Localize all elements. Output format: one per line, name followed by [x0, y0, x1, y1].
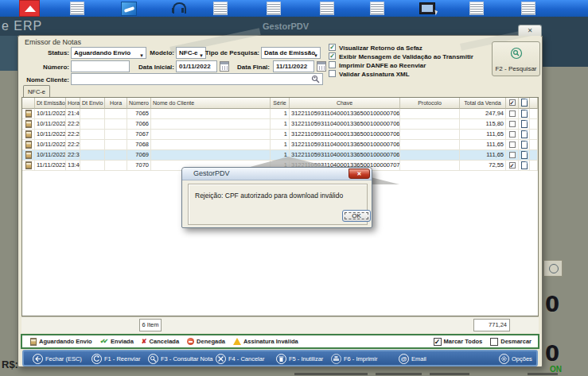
- document-icon[interactable]: [521, 2, 535, 15]
- document-icon[interactable]: [469, 2, 484, 15]
- cell-protocolo: [400, 150, 460, 161]
- cell-dt-emissao: 10/11/2022: [35, 140, 66, 150]
- document-icon[interactable]: [70, 2, 84, 15]
- cell-nome: [151, 140, 271, 150]
- void-icon: [276, 354, 286, 364]
- cell-numero: 7066: [127, 119, 151, 130]
- cell-dt-envio: [80, 109, 105, 119]
- status-label: Status:: [26, 49, 69, 56]
- data-inicial-input[interactable]: 01/11/2022: [176, 60, 217, 72]
- f5-inutilizar-button[interactable]: F5 - Inutilizar: [276, 353, 323, 365]
- window-title: Emissor de Notas: [25, 38, 81, 46]
- cell-serie: 1: [271, 119, 290, 130]
- tab-nfce[interactable]: NFC-e: [23, 85, 50, 98]
- validar-assinatura-checkbox[interactable]: [329, 70, 336, 77]
- checkbox-label: Imprimir DANFE ao Reenviar: [339, 62, 426, 69]
- calendar-icon[interactable]: [220, 61, 229, 72]
- cell-numero: 7069: [127, 150, 151, 161]
- legend-denegada: Denegada: [187, 338, 225, 345]
- row-checkbox[interactable]: [506, 130, 519, 140]
- row-checkbox[interactable]: [506, 140, 519, 150]
- cell-nome: [151, 119, 271, 130]
- cell-hora: 21:49: [66, 109, 80, 119]
- header-mark-icon[interactable]: ✓: [506, 98, 519, 109]
- xml-doc-icon[interactable]: [519, 130, 530, 140]
- xml-doc-icon[interactable]: [519, 150, 530, 161]
- monitor-icon[interactable]: [419, 2, 435, 14]
- cell-serie: 1: [271, 130, 290, 140]
- cell-nome: [151, 130, 271, 140]
- nome-cliente-input[interactable]: [71, 73, 323, 85]
- document-icon[interactable]: [370, 2, 384, 15]
- xml-doc-icon[interactable]: [519, 161, 530, 171]
- f6-imprimir-button[interactable]: F6 - Imprimir: [331, 353, 378, 365]
- legend-assinatura: Assinatura Inválida: [233, 338, 298, 345]
- document-icon[interactable]: [320, 2, 334, 15]
- calendar-icon[interactable]: [317, 61, 326, 72]
- table-row[interactable]: 10/11/2022 22:26 7066 1 3122110593110400…: [22, 119, 538, 130]
- data-final-label: Data Final:: [232, 64, 270, 71]
- tipo-pesquisa-select[interactable]: Data de Emissão▼: [261, 47, 321, 59]
- modelo-label: Modelo:: [138, 49, 174, 56]
- person-search-icon[interactable]: [311, 75, 320, 83]
- f4-cancelar-button[interactable]: F4 - Cancelar: [216, 353, 264, 365]
- dialog-close-button[interactable]: ✕: [349, 169, 370, 179]
- xml-doc-icon[interactable]: [519, 119, 530, 130]
- cell-total: 115,80: [460, 119, 506, 130]
- fechar-button[interactable]: Fechar (ESC): [33, 353, 82, 365]
- cell-dt-envio: [80, 119, 105, 130]
- xml-doc-icon[interactable]: [519, 109, 530, 119]
- cell-hora-envio: [105, 109, 127, 119]
- anydesk-icon[interactable]: [19, 0, 40, 17]
- marcar-todos-checkbox[interactable]: ✓Marcar Todos: [434, 338, 483, 346]
- document-icon[interactable]: [267, 2, 281, 15]
- desmarcar-checkbox[interactable]: Desmarcar: [490, 338, 532, 346]
- row-checkbox[interactable]: ✓: [506, 161, 519, 171]
- headset-icon[interactable]: [171, 2, 185, 14]
- cut-off-text: [430, 373, 469, 375]
- numero-input[interactable]: [71, 60, 130, 72]
- xml-doc-icon[interactable]: [519, 140, 530, 150]
- header-status-icon-col[interactable]: [22, 98, 35, 109]
- visualizar-retorno-checkbox[interactable]: ✓: [329, 44, 336, 51]
- exit-icon: [33, 354, 43, 364]
- header-doc-icon[interactable]: [519, 98, 530, 109]
- email-icon: @: [399, 354, 409, 364]
- cut-off-text: [528, 373, 558, 375]
- currency-label: R$:: [2, 359, 18, 370]
- legend-aguardando: Aguardando Envio: [30, 337, 92, 346]
- cell-nome: [151, 109, 271, 119]
- f2-pesquisar-button[interactable]: F2 - Pesquisar: [492, 41, 540, 76]
- exibir-mensagem-checkbox[interactable]: ✓: [329, 52, 336, 60]
- document-icon[interactable]: [213, 2, 228, 15]
- window-close-button[interactable]: ✕: [518, 25, 542, 36]
- email-button[interactable]: @ Email: [399, 353, 426, 365]
- search-note-icon: [148, 354, 158, 364]
- options-icon: [499, 354, 509, 364]
- background-partial-digit: 0: [545, 342, 559, 366]
- table-row[interactable]: 10/11/2022 22:29 7068 1 3122110593110400…: [22, 140, 538, 150]
- table-row[interactable]: 10/11/2022 22:28 7067 1 3122110593110400…: [22, 130, 538, 140]
- cell-hora: 13:40: [66, 161, 80, 171]
- row-checkbox[interactable]: [506, 119, 519, 130]
- row-checkbox[interactable]: [506, 150, 519, 161]
- status-select[interactable]: Aguardando Envio▼: [71, 47, 146, 59]
- imprimir-danfe-checkbox[interactable]: [329, 61, 336, 68]
- checkbox-label: Visualizar Retorno da Sefaz: [339, 45, 423, 52]
- dialog-body: Rejeição: CPF autorizado para download i…: [188, 184, 368, 225]
- legend-enviada: ✔✔Enviada: [100, 338, 134, 345]
- data-inicial-label: Data Inicial:: [130, 64, 174, 71]
- f1-reenviar-button[interactable]: F1 - Reenviar: [92, 353, 140, 365]
- f3-consultar-button[interactable]: F3 - Consultar Nota: [148, 353, 212, 365]
- cell-dt-emissao: 10/11/2022: [35, 130, 66, 140]
- data-final-input[interactable]: 11/11/2022: [273, 60, 314, 72]
- ok-button[interactable]: OK: [342, 210, 371, 222]
- cell-serie: 1: [271, 109, 290, 119]
- cell-total: 111,65: [460, 130, 506, 140]
- teamviewer-icon[interactable]: [121, 2, 137, 16]
- cell-numero: 7070: [127, 161, 151, 171]
- opcoes-button[interactable]: Opções: [499, 353, 532, 365]
- row-checkbox[interactable]: [506, 109, 519, 119]
- table-row[interactable]: 10/11/2022 21:49 7065 1 3122110593110400…: [22, 109, 538, 119]
- background-strip: [543, 36, 588, 67]
